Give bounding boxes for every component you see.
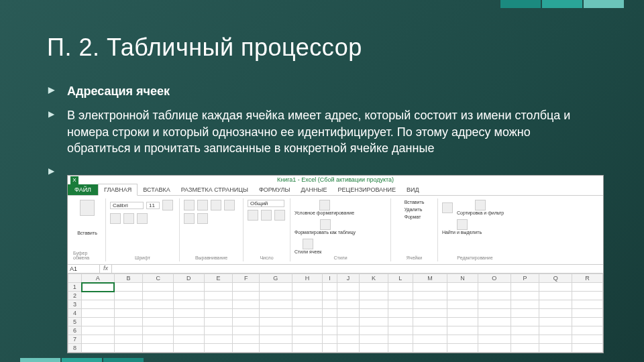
cell[interactable]	[323, 309, 337, 318]
cell[interactable]	[82, 335, 115, 344]
align-icon[interactable]	[184, 200, 195, 210]
cell[interactable]	[511, 335, 539, 344]
row-header[interactable]: 5	[68, 318, 82, 326]
cell[interactable]	[143, 344, 174, 353]
align-icon[interactable]	[211, 200, 221, 210]
align-icon[interactable]	[224, 200, 235, 210]
find-icon[interactable]	[457, 219, 468, 230]
row-header[interactable]: 1	[68, 283, 82, 292]
tab-file[interactable]: ФАЙЛ	[68, 184, 98, 195]
align-icon[interactable]	[184, 213, 195, 224]
currency-icon[interactable]	[248, 210, 258, 221]
cell[interactable]	[292, 326, 323, 335]
cell[interactable]	[511, 344, 539, 353]
cell[interactable]	[388, 335, 413, 344]
cell[interactable]	[82, 344, 115, 353]
cell[interactable]	[323, 292, 337, 300]
cell[interactable]	[447, 344, 478, 353]
cell[interactable]	[174, 309, 205, 318]
cell[interactable]	[413, 292, 447, 300]
cell[interactable]	[174, 326, 205, 335]
cell[interactable]	[572, 283, 603, 292]
cell[interactable]	[360, 309, 388, 318]
tab-view[interactable]: ВИД	[401, 184, 425, 195]
cell[interactable]	[82, 283, 115, 292]
cell[interactable]	[143, 326, 174, 335]
cell[interactable]	[292, 335, 323, 344]
cell[interactable]	[114, 300, 143, 309]
cell[interactable]	[292, 300, 323, 309]
cell[interactable]	[259, 300, 292, 309]
cell[interactable]	[511, 283, 539, 292]
cell[interactable]	[233, 300, 260, 309]
cell[interactable]	[388, 326, 413, 335]
tab-insert[interactable]: ВСТАВКА	[138, 184, 175, 195]
cell[interactable]	[323, 283, 337, 292]
col-header[interactable]: C	[143, 274, 174, 283]
cell[interactable]	[323, 326, 337, 335]
row-header[interactable]: 6	[68, 326, 82, 335]
cell[interactable]	[572, 335, 603, 344]
number-format-select[interactable]: Общий	[248, 200, 284, 207]
cell[interactable]	[337, 326, 359, 335]
col-header[interactable]: R	[572, 274, 603, 283]
col-header[interactable]: L	[388, 274, 413, 283]
cell[interactable]	[114, 283, 143, 292]
col-header[interactable]: M	[413, 274, 447, 283]
col-header[interactable]: E	[204, 274, 233, 283]
cell[interactable]	[413, 326, 447, 335]
col-header[interactable]: I	[323, 274, 337, 283]
cell[interactable]	[511, 292, 539, 300]
cell[interactable]	[114, 326, 143, 335]
cell[interactable]	[360, 300, 388, 309]
tab-layout[interactable]: РАЗМЕТКА СТРАНИЦЫ	[176, 184, 254, 195]
cell[interactable]	[337, 309, 359, 318]
cond-format-icon[interactable]	[319, 200, 330, 210]
cell[interactable]	[413, 335, 447, 344]
cell[interactable]	[174, 300, 205, 309]
tab-home[interactable]: ГЛАВНАЯ	[98, 184, 138, 196]
table-format-icon[interactable]	[320, 219, 331, 230]
cell[interactable]	[413, 300, 447, 309]
cell[interactable]	[174, 292, 205, 300]
col-header[interactable]: F	[233, 274, 260, 283]
cell[interactable]	[323, 300, 337, 309]
paste-icon[interactable]	[80, 200, 95, 216]
name-box[interactable]: A1	[68, 265, 100, 273]
sum-icon[interactable]	[442, 202, 453, 213]
cell[interactable]	[539, 344, 572, 353]
cell[interactable]	[572, 300, 603, 309]
cell[interactable]	[539, 292, 572, 300]
cell[interactable]	[478, 283, 511, 292]
cell[interactable]	[572, 292, 603, 300]
cell[interactable]	[292, 292, 323, 300]
tab-review[interactable]: РЕЦЕНЗИРОВАНИЕ	[333, 184, 402, 195]
cell[interactable]	[337, 344, 359, 353]
cell[interactable]	[388, 292, 413, 300]
cell[interactable]	[478, 309, 511, 318]
cell[interactable]	[478, 292, 511, 300]
cell[interactable]	[337, 335, 359, 344]
cell[interactable]	[114, 292, 143, 300]
cell[interactable]	[259, 283, 292, 292]
cell[interactable]	[447, 335, 478, 344]
cell[interactable]	[447, 283, 478, 292]
cell[interactable]	[360, 344, 388, 353]
cell[interactable]	[447, 292, 478, 300]
tab-data[interactable]: ДАННЫЕ	[295, 184, 332, 195]
cell[interactable]	[259, 335, 292, 344]
cell[interactable]	[174, 318, 205, 326]
row-header[interactable]: 2	[68, 292, 82, 300]
cell[interactable]	[478, 318, 511, 326]
cell[interactable]	[233, 292, 260, 300]
cell[interactable]	[204, 344, 233, 353]
cell[interactable]	[511, 318, 539, 326]
cell[interactable]	[337, 300, 359, 309]
cell[interactable]	[143, 292, 174, 300]
bold-icon[interactable]	[162, 200, 173, 210]
cell[interactable]	[478, 344, 511, 353]
cell[interactable]	[447, 300, 478, 309]
cell[interactable]	[82, 292, 115, 300]
cell[interactable]	[511, 309, 539, 318]
cell[interactable]	[478, 300, 511, 309]
